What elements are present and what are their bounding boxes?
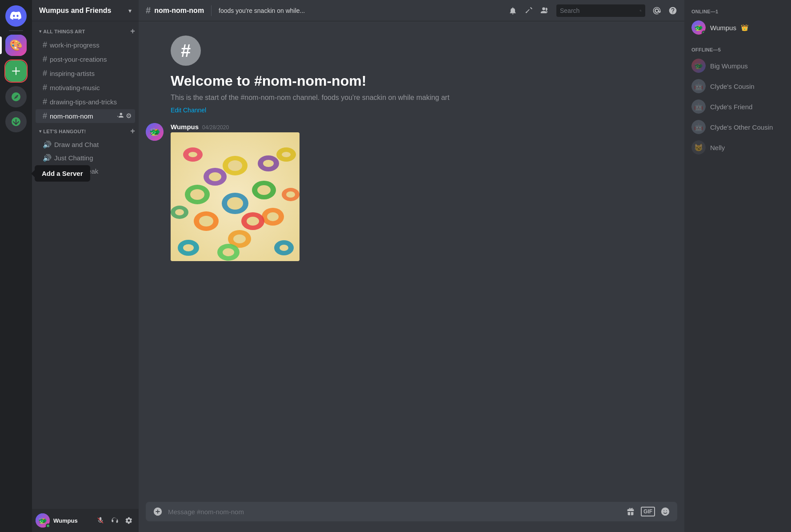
add-server-container: Add a Server <box>4 60 28 83</box>
add-attachment-button[interactable] <box>151 505 164 518</box>
gif-button[interactable]: GIF <box>641 507 655 516</box>
channel-welcome-icon: # <box>171 36 201 66</box>
svg-point-11 <box>257 185 271 195</box>
member-item-nelly[interactable]: 😼 Nelly <box>688 138 787 157</box>
svg-point-31 <box>282 152 291 157</box>
server-name: Wumpus and Friends <box>39 7 111 15</box>
server-icon-add[interactable] <box>4 60 28 83</box>
svg-point-13 <box>223 248 234 256</box>
member-item-wumpus[interactable]: 🐲 Wumpus 👑 <box>688 18 787 37</box>
member-avatar-clydes-friend: 🤖 <box>691 99 706 114</box>
top-bar: # nom-nom-nom foods you're snackin on wh… <box>139 0 684 21</box>
crown-icon: 👑 <box>741 24 748 31</box>
hash-icon: # <box>43 69 47 78</box>
svg-point-21 <box>209 172 221 181</box>
channel-item-work-in-progress[interactable]: # work-in-progress <box>36 38 135 52</box>
top-bar-divider <box>211 5 212 16</box>
member-item-clydes-cousin[interactable]: 🤖 Clyde's Cousin <box>688 76 787 96</box>
member-avatar-big-wumpus: 🐲 <box>691 59 706 73</box>
username-display: Wumpus <box>53 517 91 524</box>
edit-channel-link[interactable]: Edit Channel <box>171 107 206 114</box>
members-icon[interactable] <box>540 6 549 15</box>
channel-item-taking-a-break[interactable]: 🔊 Taking a Break <box>36 165 135 178</box>
user-status-dot <box>46 524 50 528</box>
pin-icon[interactable] <box>524 6 533 15</box>
member-item-clydes-friend[interactable]: 🤖 Clyde's Friend <box>688 97 787 116</box>
member-name-clydes-other-cousin: Clyde's Other Cousin <box>710 123 773 131</box>
server-icon-home[interactable] <box>5 5 27 27</box>
welcome-title: Welcome to #nom-nom-nom! <box>171 73 677 89</box>
user-avatar: 🐲 <box>36 513 50 528</box>
channel-item-drawing-tips[interactable]: # drawing-tips-and-tricks <box>36 95 135 109</box>
category-add-hangout-icon[interactable]: + <box>130 127 135 136</box>
channel-name-inspiring-artists: inspiring-artists <box>50 70 132 77</box>
voice-icon: 🔊 <box>43 167 52 175</box>
category-arrow-icon: ▾ <box>39 129 41 134</box>
channel-item-draw-and-chat[interactable]: 🔊 Draw and Chat <box>36 138 135 151</box>
emoji-button[interactable] <box>659 505 672 518</box>
channel-item-post-your-creations[interactable]: # post-your-creations <box>36 52 135 66</box>
category-arrow-icon: ▾ <box>39 29 41 34</box>
active-indicator <box>0 36 2 54</box>
message-image <box>171 132 300 261</box>
mute-button[interactable] <box>94 514 107 527</box>
channel-action-icons: ⚙ <box>117 112 132 120</box>
svg-point-7 <box>267 212 279 221</box>
server-icon-wumpus[interactable]: 🎨 <box>5 35 27 56</box>
channel-name-draw-and-chat: Draw and Chat <box>54 141 132 148</box>
hash-icon: # <box>43 55 47 64</box>
headset-button[interactable] <box>108 514 121 527</box>
gift-button[interactable] <box>624 505 637 518</box>
chat-area: # Welcome to #nom-nom-nom! This is the s… <box>139 21 684 502</box>
member-name-clydes-cousin: Clyde's Cousin <box>710 83 755 90</box>
top-bar-channel: # nom-nom-nom <box>146 5 204 16</box>
member-avatar-nelly: 😼 <box>691 140 706 155</box>
channel-item-nom-nom-nom[interactable]: # nom-nom-nom ⚙ <box>36 109 135 123</box>
notification-bell-icon[interactable] <box>508 6 517 15</box>
message-group: 🐲 Wumpus 04/28/2020 <box>139 121 684 263</box>
voice-icon: 🔊 <box>43 140 52 149</box>
member-avatar-clydes-cousin: 🤖 <box>691 79 706 93</box>
category-header-all-things-art[interactable]: ▾ ALL THINGS ART + <box>32 25 139 38</box>
channel-item-inspiring-artists[interactable]: # inspiring-artists <box>36 67 135 80</box>
user-info: Wumpus <box>53 517 91 524</box>
channel-name-post-your-creations: post-your-creations <box>50 56 132 63</box>
channel-item-just-chatting[interactable]: 🔊 Just Chatting <box>36 151 135 164</box>
top-bar-icons <box>508 4 677 17</box>
category-header-lets-hangout[interactable]: ▾ LET'S HANGOUT! + <box>32 125 139 138</box>
member-avatar-wumpus: 🐲 <box>691 20 706 35</box>
member-item-clydes-other-cousin[interactable]: 🤖 Clyde's Other Cousin <box>688 117 787 137</box>
svg-point-9 <box>190 189 204 200</box>
server-header[interactable]: Wumpus and Friends ▾ <box>32 0 139 21</box>
add-member-icon[interactable] <box>117 112 124 120</box>
server-icon-download[interactable] <box>5 111 27 132</box>
channel-item-motivating-music[interactable]: # motivating-music <box>36 81 135 95</box>
channel-name-motivating-music: motivating-music <box>50 84 132 91</box>
member-name-clydes-friend: Clyde's Friend <box>710 103 752 111</box>
svg-point-27 <box>188 152 197 157</box>
server-divider <box>9 30 23 31</box>
svg-point-23 <box>263 160 274 167</box>
top-bar-channel-name: nom-nom-nom <box>154 7 204 15</box>
hash-icon: # <box>43 111 47 121</box>
message-input-box: GIF <box>146 502 677 521</box>
settings-button[interactable] <box>123 514 135 527</box>
hash-icon: # <box>43 97 47 107</box>
search-box[interactable] <box>556 4 645 17</box>
category-add-icon[interactable]: + <box>130 27 135 36</box>
search-input[interactable] <box>560 7 638 14</box>
member-item-big-wumpus[interactable]: 🐲 Big Wumpus <box>688 56 787 75</box>
svg-point-33 <box>286 191 295 198</box>
message-input[interactable] <box>168 504 620 519</box>
server-icon-explore[interactable] <box>5 86 27 107</box>
welcome-section: # Welcome to #nom-nom-nom! This is the s… <box>139 28 684 121</box>
member-sidebar: ONLINE—1 🐲 Wumpus 👑 OFFLINE—5 🐲 Big Wump… <box>684 0 791 532</box>
at-icon[interactable] <box>652 6 661 15</box>
channel-name-drawing-tips: drawing-tips-and-tricks <box>50 98 132 106</box>
member-name-big-wumpus: Big Wumpus <box>710 62 748 70</box>
user-controls <box>94 514 135 527</box>
voice-icon: 🔊 <box>43 154 52 162</box>
svg-point-25 <box>247 217 259 226</box>
settings-icon[interactable]: ⚙ <box>126 112 132 120</box>
help-icon[interactable] <box>668 6 677 15</box>
